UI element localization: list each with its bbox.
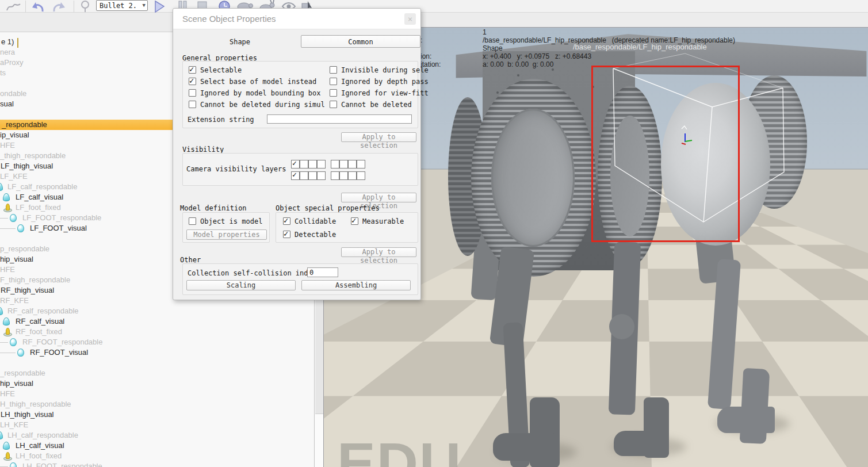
tree-item-label: LF_calf_visual: [16, 192, 63, 202]
model-definition-heading: Model definition: [180, 204, 247, 212]
tree-row[interactable]: LH_FOOT_respondable: [0, 461, 314, 467]
checkbox[interactable]: [357, 160, 365, 169]
dialog-titlebar[interactable]: Scene Object Properties ×: [173, 9, 420, 29]
tree-item-label: RF_calf_respondable: [7, 306, 79, 316]
tree-row[interactable]: hip_visual: [0, 378, 314, 389]
checkbox[interactable]: [330, 78, 337, 85]
checkbox[interactable]: [348, 171, 357, 180]
selection-info-overlay: 1/base_respondable/LF_hip_respondable (d…: [483, 28, 735, 68]
tree-row[interactable]: LH_foot_fixed: [0, 451, 314, 461]
checkbox[interactable]: ✓: [283, 217, 290, 225]
checkbox[interactable]: [330, 101, 337, 108]
info-label-fragment: ion:: [420, 52, 431, 60]
checkbox[interactable]: [317, 160, 326, 169]
checkbox[interactable]: [330, 66, 337, 74]
tree-row[interactable]: LH_calf_respondable: [0, 430, 314, 441]
tree-item-label: F_thigh_respondable: [0, 275, 70, 285]
tree-row[interactable]: RF_FOOT_respondable: [0, 337, 314, 347]
extension-string-input[interactable]: [267, 114, 412, 124]
tree-row[interactable]: LH_thigh_visual: [0, 409, 314, 420]
close-icon[interactable]: ×: [404, 13, 416, 25]
checkbox-label: Selectable: [200, 66, 242, 74]
checkbox-label: Measurable: [362, 217, 404, 225]
checkbox[interactable]: [331, 160, 339, 169]
checkbox[interactable]: [339, 171, 348, 180]
apply-to-selection-button[interactable]: Apply to selection: [341, 193, 416, 202]
checkbox[interactable]: [300, 171, 308, 180]
tree-row[interactable]: LH_KFE: [0, 420, 314, 430]
tree-item-label: LH_calf_visual: [16, 441, 64, 451]
apply-to-selection-button[interactable]: Apply to selection: [341, 132, 416, 142]
tree-item-label: LF_thigh_visual: [1, 161, 53, 171]
checkbox[interactable]: ✓: [283, 231, 290, 238]
checkbox[interactable]: [189, 101, 196, 108]
info-name: /base_respondable/LF_hip_respondable (de…: [483, 36, 735, 44]
collision-indicator-input[interactable]: [307, 267, 338, 277]
tree-row[interactable]: HFE: [0, 389, 314, 399]
check-mark: ✓: [351, 216, 356, 225]
tree-row[interactable]: RF_calf_visual: [0, 316, 314, 327]
checkbox[interactable]: [300, 160, 308, 169]
checkbox[interactable]: [189, 89, 196, 97]
tree-item-label: H_thigh_respondable: [0, 399, 71, 409]
physics-engine-dropdown[interactable]: Bullet 2. ▼: [96, 0, 148, 11]
shape-cone-icon: [3, 317, 10, 326]
force-sensor-icon: [3, 204, 11, 212]
tab-shape[interactable]: Shape: [182, 36, 297, 48]
play-icon[interactable]: [153, 0, 166, 13]
checkbox[interactable]: ✓: [351, 217, 358, 225]
shape-cone-icon: [0, 431, 3, 439]
tree-item-label: RF_calf_visual: [16, 316, 64, 327]
general-properties-group: ✓Selectable✓Select base of model instead…: [182, 61, 418, 128]
tree-item-label: LH_calf_respondable: [7, 430, 78, 441]
tree-item-label: LF_FOOT_visual: [30, 223, 87, 234]
model-properties-button[interactable]: Model properties: [186, 229, 267, 240]
checkbox-label: Invisible during sele: [341, 66, 429, 74]
tree-guide-line: [0, 353, 16, 353]
snap-tool-icon[interactable]: [78, 0, 92, 13]
tree-item-label: RF_FOOT_respondable: [22, 337, 102, 347]
tree-row[interactable]: RF_foot_fixed: [0, 327, 314, 337]
checkbox[interactable]: ✓: [291, 171, 300, 180]
checkbox[interactable]: ✓: [291, 160, 300, 169]
tree-row[interactable]: RF_FOOT_visual: [0, 347, 314, 358]
check-mark: ✓: [284, 216, 288, 225]
checkbox[interactable]: ✓: [189, 66, 196, 74]
shape-sphere-icon: [10, 462, 17, 467]
freehand-draw-icon[interactable]: [5, 0, 22, 13]
tab-common[interactable]: Common: [301, 35, 420, 48]
shape-sphere-icon: [17, 224, 24, 232]
tree-row[interactable]: H_thigh_respondable: [0, 399, 314, 409]
other-heading: Other: [180, 256, 201, 264]
checkbox[interactable]: [339, 160, 348, 169]
checkbox[interactable]: [331, 171, 339, 180]
checkbox[interactable]: [330, 89, 337, 97]
checkbox[interactable]: [308, 171, 317, 180]
tree-item-label: p_respondable: [0, 244, 49, 254]
tree-item-label: RF_foot_fixed: [16, 327, 62, 337]
tree-item-label: LF_foot_fixed: [16, 202, 61, 213]
tree-row[interactable]: _respondable: [0, 368, 314, 378]
tree-item-label: HFE: [0, 389, 15, 399]
checkbox[interactable]: [348, 160, 357, 169]
assembling-button[interactable]: Assembling: [301, 280, 411, 290]
apply-to-selection-button[interactable]: Apply to selection: [341, 247, 416, 257]
tree-guide-line: [0, 342, 8, 343]
checkbox[interactable]: [317, 171, 326, 180]
checkbox[interactable]: [308, 160, 317, 169]
tree-item-label: LF_KFE: [0, 171, 28, 182]
tree-item-label: HFE: [0, 140, 15, 151]
undo-icon[interactable]: [30, 0, 46, 13]
tree-row[interactable]: [0, 358, 314, 368]
checkbox[interactable]: [189, 217, 196, 225]
checkbox[interactable]: ✓: [189, 78, 196, 85]
tree-row[interactable]: RF_calf_respondable: [0, 306, 314, 316]
checkbox[interactable]: [357, 171, 365, 180]
redo-icon[interactable]: [51, 0, 68, 13]
scene-note-icon: [17, 38, 18, 48]
tree-guide-line: [0, 228, 16, 229]
tree-row[interactable]: LH_calf_visual: [0, 441, 314, 451]
tree-item-label: RF_thigh_visual: [1, 285, 54, 296]
object-special-properties-heading: Object special properties: [276, 204, 380, 212]
scaling-button[interactable]: Scaling: [186, 280, 296, 290]
